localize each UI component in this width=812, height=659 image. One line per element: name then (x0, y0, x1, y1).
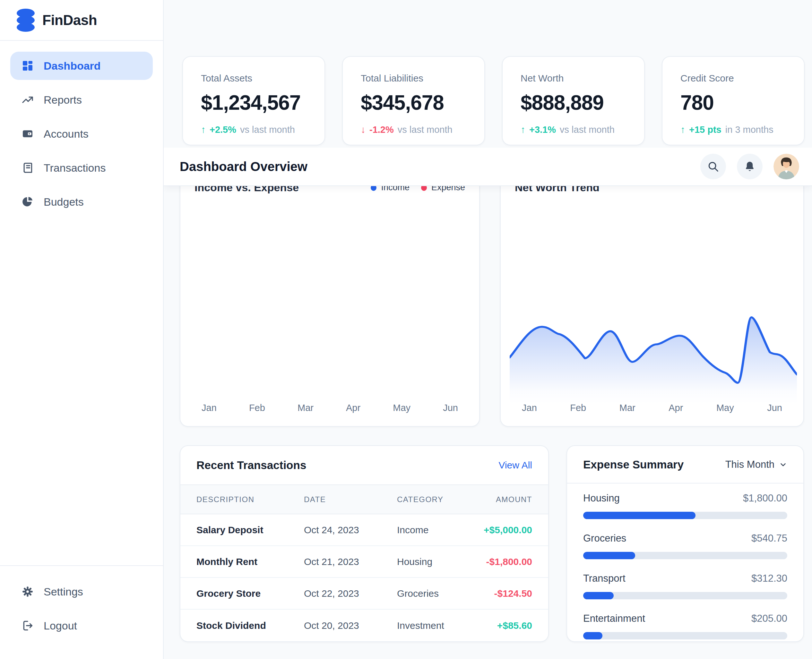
findash-logo-icon (17, 9, 35, 32)
net-worth-trend-chart-card: Net Worth Trend Jan Feb Mar Apr May (500, 169, 804, 427)
stat-change-note: vs last month (240, 125, 295, 135)
progress-fill (583, 512, 695, 519)
x-tick: Jun (443, 403, 458, 413)
period-selector[interactable]: This Month (725, 459, 787, 470)
panel-title: Recent Transactions (196, 459, 306, 471)
sidebar-item-label: Logout (44, 620, 77, 632)
sidebar-item-label: Dashboard (44, 60, 101, 72)
progress-track (583, 592, 787, 599)
transaction-description: Salary Deposit (196, 525, 304, 536)
expense-row-housing: Housing $1,800.00 (583, 492, 787, 519)
sidebar-item-logout[interactable]: Logout (10, 612, 153, 640)
x-tick: May (716, 403, 734, 413)
stat-label: Credit Score (681, 73, 786, 84)
brand-name: FinDash (43, 12, 97, 28)
expense-list: Housing $1,800.00 Groceries $540.75 (567, 484, 803, 639)
trend-up-icon: ↑ (681, 124, 685, 135)
x-tick: Mar (297, 403, 314, 413)
logout-icon (21, 619, 34, 632)
table-header-row: DESCRIPTION DATE CATEGORY AMOUNT (180, 484, 548, 514)
expense-amount: $1,800.00 (743, 492, 787, 504)
x-tick: Feb (570, 403, 586, 413)
view-all-link[interactable]: View All (498, 460, 532, 471)
stat-card-net-worth: Net Worth $888,889 ↑ +3.1% vs last month (502, 56, 645, 145)
notifications-button[interactable] (737, 154, 763, 179)
transaction-amount: +$85.60 (477, 620, 532, 631)
net-worth-area-chart (510, 315, 797, 404)
x-tick: Apr (346, 403, 360, 413)
stat-card-total-assets: Total Assets $1,234,567 ↑ +2.5% vs last … (182, 56, 325, 145)
sidebar-item-transactions[interactable]: Transactions (10, 154, 153, 182)
transaction-amount: +$5,000.00 (477, 525, 532, 536)
page-title: Dashboard Overview (180, 159, 700, 174)
progress-track (583, 632, 787, 639)
column-header: DATE (304, 495, 397, 504)
x-tick: Jun (767, 403, 782, 413)
expense-row-transport: Transport $312.30 (583, 573, 787, 599)
stat-change-percent: -1.2% (370, 125, 394, 135)
column-header: DESCRIPTION (196, 495, 304, 504)
expense-label: Housing (583, 492, 620, 504)
expense-row-entertainment: Entertainment $205.00 (583, 613, 787, 639)
page-header: Dashboard Overview (164, 148, 812, 186)
sidebar-item-label: Settings (44, 585, 83, 598)
expense-amount: $312.30 (751, 573, 787, 584)
sidebar-item-settings[interactable]: Settings (10, 577, 153, 606)
dashboard-grid-icon (21, 59, 34, 72)
sidebar-item-label: Budgets (44, 196, 84, 208)
user-avatar[interactable] (774, 154, 799, 179)
transaction-description: Grocery Store (196, 588, 304, 599)
transaction-amount: -$124.50 (477, 588, 532, 599)
progress-fill (583, 632, 602, 639)
bell-icon (744, 161, 756, 173)
table-row[interactable]: Salary Deposit Oct 24, 2023 Income +$5,0… (180, 514, 548, 546)
wallet-icon (21, 128, 34, 140)
table-row[interactable]: Grocery Store Oct 22, 2023 Groceries -$1… (180, 578, 548, 610)
table-row[interactable]: Monthly Rent Oct 21, 2023 Housing -$1,80… (180, 546, 548, 578)
expense-label: Entertainment (583, 613, 645, 624)
search-button[interactable] (700, 154, 726, 179)
brand-logo: FinDash (0, 0, 163, 41)
expense-label: Transport (583, 573, 626, 584)
trend-up-icon: ↑ (521, 124, 525, 135)
sidebar-item-reports[interactable]: Reports (10, 86, 153, 114)
stat-label: Total Assets (201, 73, 306, 84)
main-content: Total Assets $1,234,567 ↑ +2.5% vs last … (164, 0, 812, 659)
sidebar-item-dashboard[interactable]: Dashboard (10, 52, 153, 80)
sidebar-item-budgets[interactable]: Budgets (10, 188, 153, 216)
progress-track (583, 512, 787, 519)
chevron-down-icon (779, 460, 787, 469)
stat-label: Total Liabilities (361, 73, 466, 84)
trend-down-icon: ↓ (361, 124, 366, 135)
stat-change-percent: +3.1% (529, 125, 556, 135)
transaction-date: Oct 21, 2023 (304, 557, 397, 567)
sidebar-item-label: Accounts (44, 128, 88, 140)
transaction-category: Investment (397, 620, 477, 631)
receipt-icon (21, 161, 34, 174)
sidebar-item-label: Reports (44, 94, 82, 106)
transaction-category: Housing (397, 557, 477, 567)
stat-value: $1,234,567 (201, 91, 306, 115)
stat-change-note: vs last month (398, 125, 453, 135)
x-tick: Feb (249, 403, 265, 413)
expense-label: Groceries (583, 533, 626, 544)
transaction-category: Income (397, 525, 477, 536)
expense-summary-panel: Expense Summary This Month Housing $1,80… (567, 445, 804, 642)
transaction-date: Oct 22, 2023 (304, 588, 397, 599)
transaction-date: Oct 20, 2023 (304, 620, 397, 631)
recent-transactions-panel: Recent Transactions View All DESCRIPTION… (180, 445, 549, 642)
x-tick: Jan (522, 403, 537, 413)
stat-change: ↑ +3.1% vs last month (521, 124, 626, 135)
x-axis-labels: Jan Feb Mar Apr May Jun (180, 403, 479, 413)
stat-label: Net Worth (521, 73, 626, 84)
sidebar-item-accounts[interactable]: Accounts (10, 120, 153, 148)
stat-change: ↑ +15 pts in 3 months (681, 124, 786, 135)
stat-change-note: in 3 months (725, 125, 774, 135)
sidebar-footer: Settings Logout (0, 565, 163, 640)
transaction-category: Groceries (397, 588, 477, 599)
sidebar: FinDash Dashboard Reports Ac (0, 0, 164, 659)
expense-amount: $205.00 (751, 613, 787, 624)
transaction-description: Stock Dividend (196, 620, 304, 631)
search-icon (707, 161, 719, 173)
table-row[interactable]: Stock Dividend Oct 20, 2023 Investment +… (180, 610, 548, 642)
